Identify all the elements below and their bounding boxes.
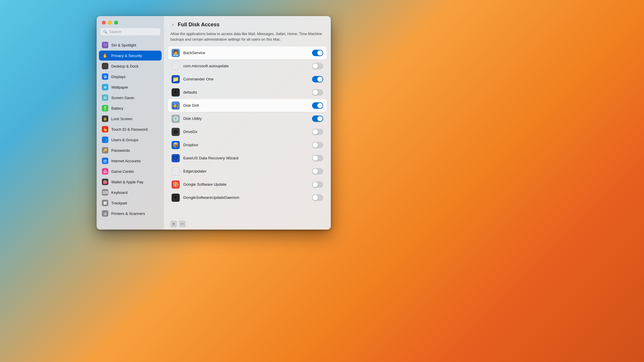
sidebar-icon-desktop-dock: ⬛ [102,63,108,69]
sidebar-items-list: 🔮Siri & Spotlight✋Privacy & Security⬛Des… [97,39,164,230]
sidebar-icon-lock-screen: 🔒 [102,116,108,122]
toggle-knob-drivedx [313,129,318,135]
toggle-disk-drill[interactable] [312,102,323,109]
search-icon: 🔍 [103,30,107,34]
maximize-button[interactable] [114,21,118,25]
search-bar[interactable]: 🔍 Search [100,28,160,35]
bottom-bar: + − [164,218,331,230]
app-name-disk-drill: Disk Drill [183,103,312,108]
sidebar-icon-touch-id: 👆 [102,126,108,132]
sidebar-item-lock-screen[interactable]: 🔒Lock Screen [99,114,162,124]
sidebar-label-game-center: Game Center [111,169,134,174]
app-icon-easeus-wizard: 🛡 [172,154,180,162]
app-list: 🧑‍💼BackServicecom.microsoft.autoupdate📁C… [164,46,331,219]
app-row-google-software-update-daemon[interactable]: ▪GoogleSoftwareUpdateDaemon [168,191,327,204]
toggle-com-microsoft-autoupdate[interactable] [312,63,323,69]
sidebar-item-trackpad[interactable]: ⬜Trackpad [99,198,162,208]
sidebar-item-battery[interactable]: 🔋Battery [99,103,162,113]
app-name-defaults: defaults [183,90,312,94]
page-title: Full Disk Access [178,22,219,28]
app-row-backservice[interactable]: 🧑‍💼BackService [168,46,327,59]
sidebar-icon-privacy-security: ✋ [102,52,108,59]
toggle-google-software-update-daemon[interactable] [312,194,323,201]
toggle-knob-disk-drill [317,103,323,108]
sidebar-icon-passwords: 🔑 [102,147,108,154]
sidebar-icon-displays: 🖥 [102,73,108,80]
app-row-disk-drill[interactable]: 🧑‍🔧Disk Drill [168,99,327,112]
app-row-dropbox[interactable]: 📦Dropbox [168,139,327,151]
toggle-easeus-wizard[interactable] [312,155,323,161]
toggle-backservice[interactable] [312,50,323,56]
sidebar-item-privacy-security[interactable]: ✋Privacy & Security [99,51,162,61]
sidebar-label-printers-scanners: Printers & Scanners [111,211,145,216]
toggle-dropbox[interactable] [312,142,323,148]
app-name-commander-one: Commander One [183,77,312,81]
app-row-defaults[interactable]: ▪defaults [168,86,327,99]
page-description: Allow the applications below to access d… [164,31,331,46]
sidebar-item-keyboard[interactable]: ⌨Keyboard [99,187,162,197]
sidebar-item-internet-accounts[interactable]: @Internet Accounts [99,156,162,166]
app-row-edgeupdater[interactable]: EdgeUpdater [168,165,327,178]
app-name-edgeupdater: EdgeUpdater [183,169,312,173]
toggle-knob-google-software-update [313,182,318,187]
add-button[interactable]: + [170,221,177,227]
sidebar-item-displays[interactable]: 🖥Displays [99,72,162,82]
toggle-disk-utility[interactable] [312,116,323,122]
toggle-edgeupdater[interactable] [312,168,323,175]
sidebar-icon-users-groups: 👥 [102,137,108,143]
app-row-google-software-update[interactable]: 🎨Google Software Update [168,178,327,191]
sidebar-item-touch-id[interactable]: 👆Touch ID & Password [99,124,162,134]
sidebar-label-siri-spotlight: Siri & Spotlight [111,43,136,47]
sidebar-label-keyboard: Keyboard [111,190,128,195]
app-icon-drivedx: ⚙ [172,128,180,136]
sidebar-icon-game-center: 🕹 [102,168,108,175]
sidebar-label-privacy-security: Privacy & Security [111,54,142,58]
main-content: ‹ Full Disk Access Allow the application… [164,16,331,230]
sidebar-item-passwords[interactable]: 🔑Passwords [99,145,162,155]
minimize-button[interactable] [108,21,112,25]
app-row-com-microsoft-autoupdate[interactable]: com.microsoft.autoupdate [168,60,327,73]
toggle-google-software-update[interactable] [312,181,323,188]
sidebar-item-users-groups[interactable]: 👥Users & Groups [99,135,162,145]
sidebar-item-printers-scanners[interactable]: 🖨Printers & Scanners [99,208,162,218]
app-name-easeus-wizard: EaseUS Data Recovery Wizard [183,156,312,160]
app-name-disk-utility: Disk Utility [183,116,312,121]
app-icon-backservice: 🧑‍💼 [172,49,180,57]
app-icon-dropbox: 📦 [172,141,180,149]
sidebar-icon-siri-spotlight: 🔮 [102,42,108,48]
toggle-knob-easeus-wizard [313,156,318,161]
sidebar-label-trackpad: Trackpad [111,201,127,205]
sidebar-label-wallpaper: Wallpaper [111,85,128,89]
close-button[interactable] [102,21,106,25]
back-button[interactable]: ‹ [170,21,175,28]
remove-button[interactable]: − [179,221,186,227]
sidebar-item-screen-saver[interactable]: ⧉Screen Saver [99,93,162,103]
app-name-google-software-update: Google Software Update [183,182,312,187]
app-row-easeus-wizard[interactable]: 🛡EaseUS Data Recovery Wizard [168,152,327,165]
app-name-com-microsoft-autoupdate: com.microsoft.autoupdate [183,64,312,68]
sidebar-label-screen-saver: Screen Saver [111,96,134,100]
sidebar-icon-keyboard: ⌨ [102,189,108,196]
sidebar-label-battery: Battery [111,106,123,111]
app-icon-edgeupdater [172,167,180,175]
sidebar-item-game-center[interactable]: 🕹Game Center [99,166,162,176]
toggle-defaults[interactable] [312,89,323,96]
app-icon-google-software-update-daemon: ▪ [172,194,180,202]
app-row-disk-utility[interactable]: 💿Disk Utility [168,112,327,125]
app-row-commander-one[interactable]: 📁Commander One [168,73,327,86]
sidebar-item-wallpaper[interactable]: ❄Wallpaper [99,82,162,92]
app-name-backservice: BackService [183,51,312,55]
app-icon-com-microsoft-autoupdate [172,62,180,70]
app-row-drivedx[interactable]: ⚙DriveDx [168,125,327,138]
toggle-drivedx[interactable] [312,129,323,135]
sidebar-icon-wallpaper: ❄ [102,84,108,90]
sidebar-item-siri-spotlight[interactable]: 🔮Siri & Spotlight [99,40,162,50]
sidebar-label-touch-id: Touch ID & Password [111,127,148,132]
app-icon-google-software-update: 🎨 [172,180,180,189]
sidebar-item-wallet-apple-pay[interactable]: 👛Wallet & Apple Pay [99,177,162,187]
sidebar-item-desktop-dock[interactable]: ⬛Desktop & Dock [99,61,162,71]
toggle-knob-backservice [317,50,323,56]
sidebar-label-lock-screen: Lock Screen [111,117,132,121]
toggle-commander-one[interactable] [312,76,323,82]
sidebar-icon-trackpad: ⬜ [102,200,108,206]
